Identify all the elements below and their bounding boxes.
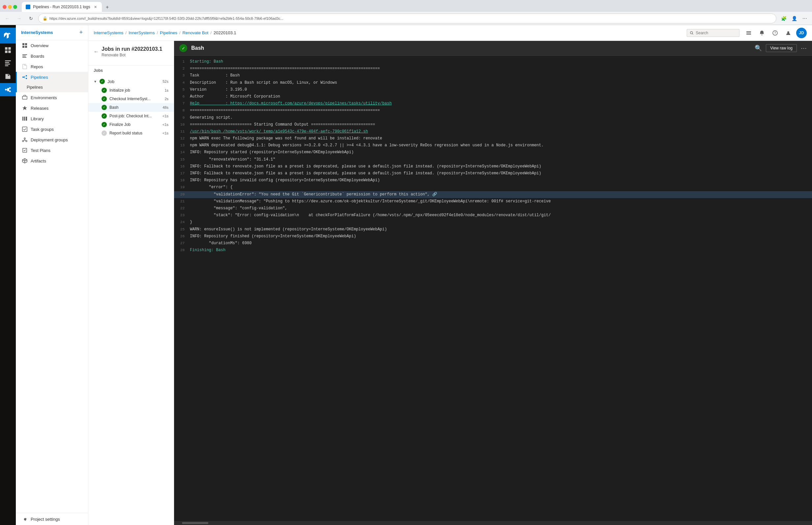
svg-rect-1	[8, 47, 11, 50]
log-line-content: "message": "config-validation",	[190, 205, 812, 212]
step-duration-finalize: <1s	[163, 123, 168, 126]
breadcrumb-run: 20220103.1	[213, 30, 236, 35]
nav-item-settings[interactable]: Project settings	[16, 513, 88, 525]
nav-item-taskgroups[interactable]: Task groups	[16, 124, 88, 134]
step-duration-initialize: 1s	[164, 88, 168, 92]
log-content[interactable]: 1Starting: Bash2========================…	[174, 56, 812, 521]
nav-item-deploymentgroups[interactable]: Deployment groups	[16, 134, 88, 145]
nav-items: Overview Boards Repos Pipelines Pipeline…	[16, 40, 88, 513]
log-line-number: 15	[174, 156, 190, 163]
log-line: 9Generating script.	[174, 114, 812, 121]
log-line: 23 "stack": "Error: config-validation\n …	[174, 212, 812, 219]
log-search-button[interactable]: 🔍	[755, 45, 762, 52]
log-line-number: 25	[174, 226, 190, 233]
nav-item-pipelines[interactable]: Pipelines	[16, 72, 88, 82]
nav-item-releases[interactable]: Releases	[16, 103, 88, 114]
log-line-content: INFO: Repository started (repository=Int…	[190, 149, 812, 155]
scroll-thumb	[182, 522, 208, 524]
breadcrumb-pipelines[interactable]: Pipelines	[160, 30, 177, 35]
help-icon-button[interactable]: ?	[770, 28, 780, 38]
nav-item-overview[interactable]: Overview	[16, 40, 88, 51]
sidebar-icon-overview[interactable]	[0, 44, 16, 57]
log-scrollbar-horizontal[interactable]	[174, 521, 812, 525]
job-step-finalize[interactable]: ✓ Finalize Job <1s	[88, 120, 174, 129]
log-line-number: 17	[174, 170, 190, 177]
expand-icon: ▼	[94, 80, 97, 84]
add-org-button[interactable]: +	[79, 29, 83, 36]
job-step-bash[interactable]: ✓ Bash 48s	[88, 103, 174, 112]
step-status-postjob: ✓	[102, 114, 107, 119]
address-bar[interactable]: 🔒 https://dev.azure.com/​​​​​​​​​/_build…	[38, 14, 777, 24]
nav-label-deploymentgroups: Deployment groups	[31, 137, 68, 142]
nav-label-pipelines: Pipelines	[31, 75, 48, 80]
sidebar-icon-pipelines[interactable]	[0, 83, 16, 96]
active-tab[interactable]: Pipelines - Run 20220103.1 logs ×	[22, 2, 102, 12]
jobs-subtitle: Renovate Bot	[102, 53, 162, 57]
log-line-content: "stack": "Error: config-validation\n at …	[190, 212, 812, 219]
nav-item-boards[interactable]: Boards	[16, 51, 88, 61]
search-icon	[690, 31, 694, 35]
log-line-content: Generating script.	[190, 115, 812, 121]
new-tab-button[interactable]: +	[103, 3, 112, 12]
log-line: 26INFO: Repository finished (repository=…	[174, 233, 812, 240]
breadcrumb-project[interactable]: InnerSystems	[129, 30, 154, 35]
list-icon-button[interactable]	[743, 28, 754, 38]
nav-label-repos: Repos	[31, 64, 43, 69]
log-line-content: Author : Microsoft Corporation	[190, 94, 812, 100]
log-line-content: ========================================…	[190, 107, 812, 114]
sidebar-icons	[0, 25, 16, 525]
nav-item-pipelines-sub[interactable]: Pipelines	[16, 82, 88, 92]
window-controls: × − +	[3, 5, 17, 9]
header-actions: ? JD	[743, 28, 807, 38]
nav-item-artifacts[interactable]: Artifacts	[16, 155, 88, 166]
nav-item-testplans[interactable]: Test Plans	[16, 145, 88, 155]
job-step-report[interactable]: ✓ Report build status <1s	[88, 129, 174, 137]
job-group-header[interactable]: ▼ ✓ Job 52s	[88, 77, 174, 86]
log-line: 19 "error": {	[174, 184, 812, 191]
tab-favicon	[26, 5, 30, 9]
extensions-button[interactable]: 🧩	[779, 14, 788, 23]
nav-item-repos[interactable]: Repos	[16, 61, 88, 72]
back-button[interactable]: ←	[3, 14, 12, 23]
sidebar-icon-repos[interactable]	[0, 70, 16, 83]
person-icon-button[interactable]	[783, 28, 794, 38]
search-input[interactable]	[696, 31, 737, 35]
job-step-initialize[interactable]: ✓ Initialize job 1s	[88, 86, 174, 94]
log-more-options-button[interactable]: ⋯	[801, 45, 807, 52]
view-raw-log-button[interactable]: View raw log	[766, 44, 797, 52]
close-window-button[interactable]: ×	[3, 5, 6, 9]
user-avatar[interactable]: JD	[796, 28, 807, 38]
profile-button[interactable]: 👤	[789, 14, 799, 23]
minimize-window-button[interactable]: −	[8, 5, 12, 9]
nav-label-pipelines-sub: Pipelines	[27, 85, 43, 90]
step-duration-bash: 48s	[163, 105, 168, 109]
svg-rect-19	[26, 117, 27, 121]
log-line-number: 23	[174, 212, 190, 219]
refresh-button[interactable]: ↻	[26, 14, 35, 23]
log-line-content: }	[190, 219, 812, 225]
header-search[interactable]	[687, 29, 739, 37]
more-options-button[interactable]: ⋯	[800, 14, 809, 23]
breadcrumb-renovate-bot[interactable]: Renovate Bot	[182, 30, 208, 35]
forward-button[interactable]: →	[15, 14, 24, 23]
notification-icon-button[interactable]	[757, 28, 767, 38]
svg-point-5	[9, 87, 11, 89]
nav-item-library[interactable]: Library	[16, 114, 88, 124]
org-name[interactable]: InterneSystems	[21, 30, 53, 35]
nav-item-environments[interactable]: Environments	[16, 92, 88, 103]
log-line-number: 6	[174, 94, 190, 100]
back-button[interactable]: ← Jobs in run #20220103.1 Renovate Bot	[94, 46, 168, 57]
log-line: 1Starting: Bash	[174, 58, 812, 65]
azure-devops-logo[interactable]	[0, 28, 16, 44]
step-status-report: ✓	[102, 131, 107, 136]
svg-rect-17	[23, 117, 24, 121]
sidebar-icon-boards[interactable]	[0, 57, 16, 70]
job-step-postjob[interactable]: ✓ Post-job: Checkout Int... <1s	[88, 112, 174, 120]
breadcrumb-org[interactable]: InterneSystems	[94, 30, 123, 35]
job-step-checkout[interactable]: ✓ Checkout InterneSyst... 2s	[88, 94, 174, 103]
step-duration-report: <1s	[163, 131, 168, 135]
tab-close-button[interactable]: ×	[93, 4, 98, 10]
job-group: ▼ ✓ Job 52s ✓ Initialize job 1s ✓ Checko…	[88, 75, 174, 139]
log-line-number: 28	[174, 247, 190, 253]
maximize-window-button[interactable]: +	[13, 5, 17, 9]
